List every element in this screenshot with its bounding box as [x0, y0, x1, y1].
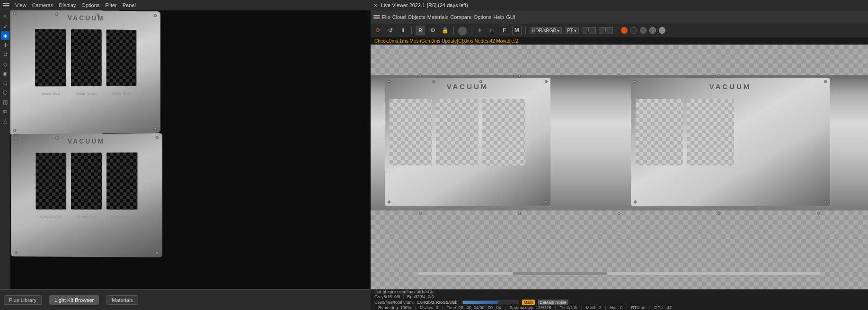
menu-objects[interactable]: Objects	[407, 14, 425, 20]
color3-icon[interactable]	[640, 27, 647, 34]
bot-screw-1	[419, 212, 422, 215]
menu-materials[interactable]: Materials	[427, 14, 449, 20]
menu-options-right[interactable]: Options	[474, 14, 492, 20]
screw2-t1	[55, 137, 58, 139]
top-screw-row	[371, 74, 868, 78]
hex-icon[interactable]: ⬡	[1, 88, 9, 97]
menu-file[interactable]: File	[382, 14, 390, 20]
scroll-track[interactable]	[418, 272, 821, 275]
settings-icon[interactable]: ⚙	[428, 26, 437, 35]
plus-icon[interactable]: +	[475, 26, 485, 35]
viewport-render-area[interactable]: VACUUM Water Red Water Green	[10, 10, 371, 289]
m-icon[interactable]: M	[512, 26, 522, 35]
color4-icon[interactable]	[649, 27, 656, 34]
slot-water-red: Water Red	[35, 29, 66, 86]
tool-icon[interactable]: ◇	[1, 60, 9, 68]
refresh-icon[interactable]: ⟳	[373, 26, 383, 35]
colorspace-dropdown[interactable]: HDR/sRGB ▾	[530, 27, 562, 34]
top-screw-5	[817, 74, 820, 77]
horizontal-scroll-bar[interactable]	[418, 272, 821, 275]
lv-screw-t1	[432, 80, 435, 83]
cursor-icon[interactable]: ↖	[1, 12, 9, 21]
menu-gui[interactable]: GUI	[506, 14, 515, 20]
close-tab-icon[interactable]: ✕	[373, 3, 377, 8]
out-of-core-label: Out-of-core used/max:0Kb/4Gb	[374, 290, 434, 294]
slot-label-12inch: 12 Inch GIS	[76, 215, 96, 219]
arrow-icon[interactable]: ↙	[1, 22, 9, 30]
value1-input[interactable]	[582, 27, 596, 34]
slot-label-water-blue: Water Blue	[112, 91, 131, 96]
slots-row-right: AUX(3D)x2D) 12 Inch GIS Dummy GLS	[16, 152, 158, 210]
lock-icon[interactable]: 🔒	[440, 26, 450, 35]
pause-icon[interactable]: ⏸	[398, 26, 407, 35]
rtx-display: RTX:on	[631, 305, 646, 310]
slot-dummy: Dummy GLS	[106, 153, 137, 210]
lv-slot-3: Water Blue	[482, 99, 525, 165]
screw2-bl	[15, 251, 18, 254]
card-left: VACUUM Water Red Water Green	[10, 10, 160, 135]
box-icon[interactable]: □	[1, 79, 9, 87]
screw-bl	[13, 129, 16, 132]
lv-slot-1: ea	[390, 99, 432, 165]
left-viewport: VACUUM Water Red Water Green	[0, 10, 371, 289]
color2-icon[interactable]	[630, 27, 637, 34]
screw-tl	[13, 12, 16, 15]
lv-screw-tr	[545, 80, 548, 83]
render-icon[interactable]: R	[416, 26, 425, 35]
menu-help[interactable]: Help	[494, 14, 505, 20]
pt-dropdown[interactable]: PT ▾	[565, 27, 579, 34]
move-icon[interactable]: ✛	[1, 41, 9, 49]
color5-icon[interactable]	[659, 27, 665, 34]
menu-cameras[interactable]: Cameras	[32, 2, 53, 8]
lv-slot-2: Water Green	[436, 99, 478, 165]
grid-icon[interactable]: ⧉	[1, 107, 9, 116]
vram-bar	[462, 301, 519, 304]
menu-view[interactable]: View	[15, 2, 27, 8]
screw-tr	[154, 14, 157, 17]
scroll-thumb[interactable]	[513, 272, 607, 275]
rotate-icon[interactable]: ↺	[386, 26, 395, 35]
tri-display: Tri: 0/11k	[560, 305, 577, 310]
eye-icon[interactable]: ◉	[1, 69, 9, 78]
screw-t1	[55, 13, 58, 16]
tab-materials[interactable]: Materials	[106, 295, 138, 305]
right-live-viewer[interactable]: VACUUM ea Water Green Water Blue VACUUM	[371, 45, 868, 289]
top-screw-4	[717, 74, 720, 77]
card-right-label: VACUUM	[68, 137, 105, 145]
square-icon[interactable]: □	[487, 26, 497, 35]
screw2-tr	[156, 136, 159, 139]
tri-icon[interactable]: △	[1, 117, 9, 125]
screw2-tl	[15, 137, 18, 140]
select-icon[interactable]: ◈	[1, 31, 9, 40]
color1-icon[interactable]	[621, 27, 628, 34]
status-row-1: Out-of-core used/max:0Kb/4Gb	[374, 290, 864, 294]
menu-display[interactable]: Display	[59, 2, 76, 8]
menu-compare[interactable]: Compare	[450, 14, 471, 20]
lv-card-2: VACUUM AUX(3D)x2D) 12 Inch GIS	[631, 78, 830, 206]
card-right: VACUUM AUX(3D)x2D) 12 Inch GIS	[11, 133, 162, 257]
menu-panel[interactable]: Panel	[123, 2, 136, 8]
layout-icon[interactable]: ◫	[1, 98, 9, 106]
slot-aux: AUX(3D)x2D)	[35, 153, 66, 210]
ms-sec: Ms/sec: 0	[420, 305, 438, 310]
main-btn[interactable]: Main	[522, 300, 535, 305]
hamburger-icon[interactable]	[3, 3, 9, 8]
tab-light-kit-browser[interactable]: Light Kit Browser	[49, 295, 99, 305]
denoise-btn[interactable]: DeMain Noise	[538, 300, 568, 305]
bottom-screw-row	[371, 211, 868, 215]
slot-label-water-green: Water Green	[75, 91, 97, 96]
3d-render: VACUUM Water Red Water Green	[10, 10, 371, 289]
menu-filter[interactable]: Filter	[105, 2, 116, 8]
right-menu-bar: File Cloud Objects Materials Compare Opt…	[371, 10, 868, 24]
lv2-screw-tr	[824, 80, 827, 83]
f-icon[interactable]: F	[500, 26, 509, 35]
slots-row-left: Water Red Water Green Water Blue	[14, 29, 156, 87]
slot-label-water-red: Water Red	[41, 91, 59, 96]
rotate-left-icon[interactable]: ↺	[1, 50, 9, 59]
value2-input[interactable]	[599, 27, 613, 34]
menu-options[interactable]: Options	[81, 2, 99, 8]
tab-plus-library[interactable]: Plus Library	[4, 295, 42, 305]
right-hamburger-icon[interactable]	[373, 15, 380, 19]
left-menu-bar: View Cameras Display Options Filter Pane…	[0, 0, 371, 10]
menu-cloud[interactable]: Cloud	[392, 14, 406, 20]
